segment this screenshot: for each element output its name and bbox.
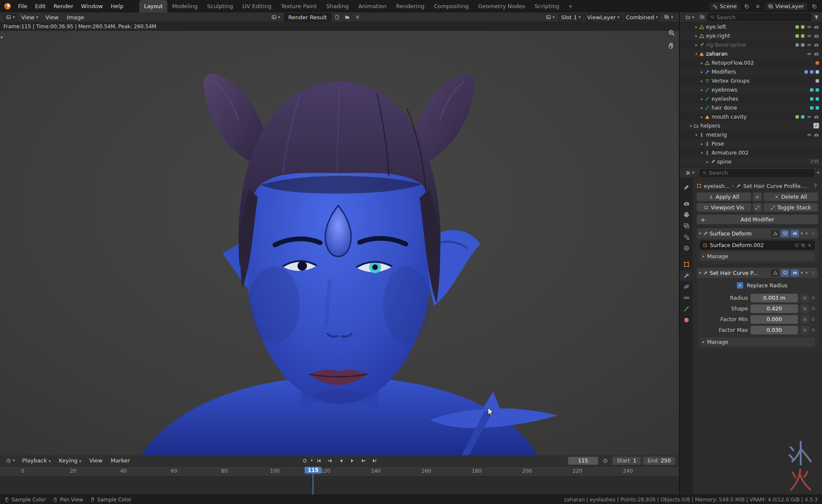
unlink-image-button[interactable] [353,13,362,21]
pin-icon[interactable] [813,183,818,188]
editor-type-button[interactable]: ▾ [683,170,697,176]
outliner-row[interactable]: ▸mouth cavity [680,112,822,121]
chevron-right-icon[interactable]: ▸ [699,97,705,101]
outliner-row[interactable]: ▸spine235 [680,157,822,166]
play-reverse-button[interactable] [336,456,346,465]
workspace-tab-sculpting[interactable]: Sculpting [202,0,238,12]
add-modifier-button[interactable]: + Add Modifier [697,215,818,224]
mode-dropdown[interactable]: View ▾ [19,13,41,21]
outliner-row[interactable]: ▾Armature.002 [680,148,822,157]
chevron-right-icon[interactable]: ▸ [694,34,699,38]
render-camera-icon[interactable] [814,42,819,48]
properties-tab-object[interactable] [680,259,693,270]
decorator-dot[interactable] [812,318,815,321]
replace-radius-checkbox[interactable]: ✓ [737,282,743,289]
properties-tab-constraints[interactable] [680,292,693,303]
end-frame-field[interactable]: End 250 [643,456,676,465]
properties-tab-modifiers[interactable] [680,270,693,281]
zoom-icon[interactable] [668,29,675,36]
outliner-row[interactable]: ▸eyebrows [680,85,822,94]
properties-tab-tool[interactable] [680,182,693,193]
preview-range-button[interactable] [600,456,611,465]
properties-tab-material[interactable] [680,314,693,325]
display-mode-icon[interactable] [700,15,705,20]
new-viewlayer-button[interactable] [810,2,819,10]
image-browse-button[interactable]: ▾ [269,14,283,21]
region-expand-icon[interactable]: ▸ [1,34,3,40]
decorator-dot[interactable] [812,328,815,331]
chevron-right-icon[interactable]: ▸ [699,70,705,74]
workspace-tab-animation[interactable]: Animation [354,0,391,12]
drag-handle-icon[interactable] [810,231,816,236]
expand-collapse-button[interactable] [753,203,762,212]
chevron-right-icon[interactable]: ▸ [699,61,705,65]
properties-search[interactable] [700,169,815,177]
field-value-factor-max[interactable]: 0.030 [751,326,798,334]
workspace-tab-texture-paint[interactable]: Texture Paint [276,0,322,12]
chevron-down-icon[interactable]: ▾ [694,52,699,56]
render-camera-icon[interactable] [814,33,819,39]
edit-mode-toggle[interactable] [771,230,779,237]
workspace-tab-geometry-nodes[interactable]: Geometry Nodes [474,0,530,12]
render-camera-icon[interactable] [814,132,819,137]
realtime-toggle[interactable] [781,269,789,277]
visibility-eye-icon[interactable] [807,51,812,57]
filter-chevron-icon[interactable]: ▾ [817,171,819,175]
workspace-tab-layout[interactable]: Layout [139,0,167,12]
timeline-track-area[interactable] [0,477,679,495]
chevron-down-icon[interactable]: ▾ [688,124,694,128]
chevron-right-icon[interactable]: ▸ [694,25,699,29]
modifier-header[interactable]: ▾ Surface Deform ▾ [697,228,818,239]
workspace-tab-uv-editing[interactable]: UV Editing [238,0,276,12]
add-workspace-button[interactable]: + [565,3,576,9]
chevron-down-icon[interactable]: ▾ [699,151,705,155]
filter-funnel-icon[interactable] [814,15,819,20]
chevron-down-icon[interactable]: ▾ [699,232,701,236]
chevron-right-icon[interactable]: ▸ [705,160,710,164]
render-camera-icon[interactable] [814,114,819,119]
editor-type-button[interactable]: ▾ [683,14,697,21]
menu-window[interactable]: Window [77,2,107,11]
drag-handle-icon[interactable] [810,270,816,275]
fake-user-shield-icon[interactable] [795,243,799,248]
new-image-button[interactable] [333,13,342,21]
chevron-down-icon[interactable]: ▾ [699,271,701,275]
animate-property-button[interactable] [801,304,809,313]
visibility-eye-icon[interactable] [807,42,812,48]
collection-checkbox-icon[interactable]: ✓ [813,123,819,128]
chevron-right-icon[interactable]: ▸ [699,115,705,119]
remove-modifier-icon[interactable] [804,271,809,275]
extras-dropdown-icon[interactable]: ▾ [801,232,803,236]
menu-edit[interactable]: Edit [31,2,50,11]
new-scene-button[interactable] [742,2,751,10]
properties-tab-physics[interactable] [680,281,693,292]
menu-image[interactable]: Image [63,13,88,21]
chevron-right-icon[interactable]: ▸ [699,88,705,92]
modifier-name[interactable]: Set Hair Curve P... [710,270,770,276]
field-value-radius[interactable]: 0.003 m [751,294,798,302]
modifier-header[interactable]: ▾ Set Hair Curve P... ▾ [697,268,818,278]
outliner-row[interactable]: ▸Pose [680,139,822,148]
auto-keying-toggle[interactable] [300,456,310,465]
playhead[interactable]: 115 [313,466,313,495]
layer-dropdown[interactable]: ViewLayer ▾ [584,13,622,21]
visibility-eye-icon[interactable] [807,114,812,119]
outliner-row[interactable]: ▾metarig [680,130,822,139]
workspace-tab-shading[interactable]: Shading [322,0,354,12]
delete-all-button[interactable]: Delete All [763,192,818,201]
slot-dropdown[interactable]: Slot 1 ▾ [558,13,583,21]
outliner-search[interactable] [707,13,811,21]
render-camera-icon[interactable] [814,51,819,57]
animate-property-button[interactable] [801,326,809,334]
chevron-right-icon[interactable]: ▸ [699,79,705,83]
menu-view[interactable]: View [42,13,62,21]
start-frame-field[interactable]: Start 1 [612,456,641,465]
properties-search-input[interactable] [709,170,812,176]
target-object-field[interactable]: Surface Deform.002 [700,241,815,250]
visibility-eye-icon[interactable] [807,24,812,30]
delete-scene-button[interactable] [754,2,762,10]
clear-button[interactable] [753,192,762,201]
current-frame-field[interactable]: 115 [568,456,599,465]
menu-render[interactable]: Render [50,2,77,11]
chevron-right-icon[interactable]: ▸ [699,142,705,146]
